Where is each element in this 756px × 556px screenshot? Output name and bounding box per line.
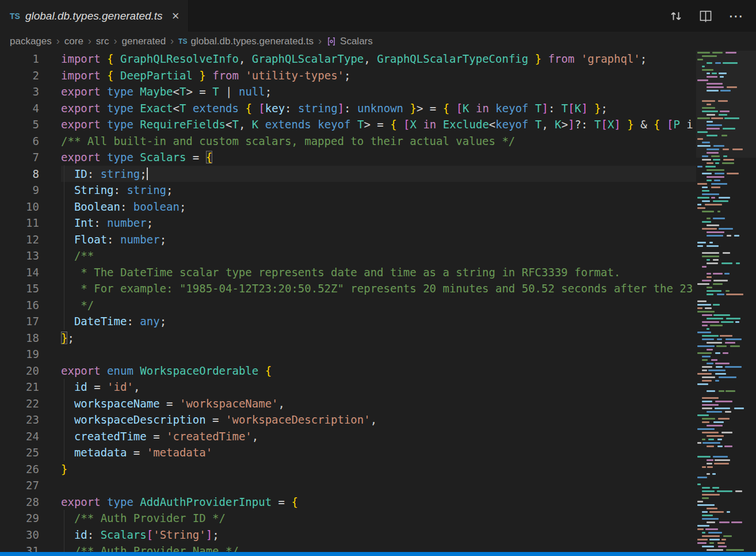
code-line-3: export type Maybe<T> = T | null; bbox=[61, 83, 696, 100]
code-line-29: /** Auth Provider ID */ bbox=[61, 510, 696, 527]
code-line-21: id = 'id', bbox=[61, 379, 696, 395]
symbol-type-icon bbox=[326, 36, 337, 47]
code-lines: import { GraphQLResolveInfo, GraphQLScal… bbox=[61, 51, 696, 552]
code-line-18: }; bbox=[61, 330, 696, 346]
breadcrumb-generated[interactable]: generated bbox=[122, 36, 166, 47]
code-line-1: import { GraphQLResolveInfo, GraphQLScal… bbox=[61, 51, 696, 67]
split-editor-icon[interactable] bbox=[699, 9, 712, 22]
indent-guide bbox=[64, 379, 64, 461]
code-line-12: Float: number; bbox=[61, 231, 696, 248]
tab-global-db-types-generated[interactable]: TS global.db.types.generated.ts × bbox=[0, 0, 189, 32]
tab-bar: TS global.db.types.generated.ts × ⋯ bbox=[0, 0, 756, 32]
code-line-20: export enum WorkspaceOrderable { bbox=[61, 363, 696, 379]
code-line-22: workspaceName = 'workspaceName', bbox=[61, 395, 696, 412]
code-line-9: String: string; bbox=[61, 182, 696, 199]
code-line-19 bbox=[61, 346, 696, 363]
open-changes-icon[interactable] bbox=[669, 9, 683, 23]
breadcrumb-core[interactable]: core bbox=[64, 36, 83, 47]
code-line-23: workspaceDescription = 'workspaceDescrip… bbox=[61, 412, 696, 428]
close-tab-icon[interactable]: × bbox=[172, 10, 180, 22]
code-line-17: DateTime: any; bbox=[61, 313, 696, 330]
code-line-16: */ bbox=[61, 297, 696, 314]
code-line-4: export type Exact<T extends { [key: stri… bbox=[61, 100, 696, 117]
line-numbers-gutter: 1234567891011121314151617181920212223242… bbox=[0, 51, 52, 552]
breadcrumb-packages[interactable]: packages bbox=[10, 36, 52, 47]
breadcrumb-symbol-scalars[interactable]: Scalars bbox=[340, 36, 373, 47]
breadcrumb-separator: › bbox=[114, 35, 117, 47]
minimap[interactable] bbox=[696, 51, 756, 552]
code-line-28: export type AddAuthProviderInput = { bbox=[61, 494, 696, 511]
breadcrumb-separator: › bbox=[56, 35, 60, 47]
code-line-14: * The DateTime scalar type represents da… bbox=[61, 264, 696, 281]
code-line-27 bbox=[61, 477, 696, 494]
code-line-24: createdTime = 'createdTime', bbox=[61, 428, 696, 445]
vscode-window: TS global.db.types.generated.ts × ⋯ pack… bbox=[0, 0, 756, 556]
breadcrumb-separator: › bbox=[170, 35, 174, 47]
status-accent-bar bbox=[0, 552, 756, 556]
indent-guide bbox=[64, 165, 64, 330]
breadcrumb-filename[interactable]: global.db.types.generated.ts bbox=[190, 36, 314, 47]
code-line-11: Int: number; bbox=[61, 215, 696, 231]
text-cursor bbox=[147, 167, 148, 180]
code-line-30: id: Scalars['String']; bbox=[61, 527, 696, 543]
code-editor[interactable]: 1234567891011121314151617181920212223242… bbox=[0, 51, 756, 552]
code-line-25: metadata = 'metadata' bbox=[61, 444, 696, 461]
indent-guide bbox=[64, 510, 64, 552]
code-line-2: import { DeepPartial } from 'utility-typ… bbox=[61, 67, 696, 84]
code-area[interactable]: import { GraphQLResolveInfo, GraphQLScal… bbox=[52, 51, 696, 552]
breadcrumb-src[interactable]: src bbox=[96, 36, 109, 47]
typescript-file-icon: TS bbox=[10, 12, 20, 21]
editor-actions: ⋯ bbox=[669, 0, 756, 32]
code-line-15: * For example: "1985-04-12T23:20:50.52Z"… bbox=[61, 280, 696, 297]
tab-label: global.db.types.generated.ts bbox=[25, 10, 163, 22]
code-line-6: /** All built-in and custom scalars, map… bbox=[61, 133, 696, 150]
typescript-file-icon: TS bbox=[178, 37, 187, 45]
code-line-26: } bbox=[61, 461, 696, 478]
code-line-10: Boolean: boolean; bbox=[61, 199, 696, 215]
breadcrumb-separator: › bbox=[88, 35, 91, 47]
code-line-13: /** bbox=[61, 247, 696, 264]
code-line-8: ID: string; bbox=[61, 166, 696, 182]
more-actions-icon[interactable]: ⋯ bbox=[728, 9, 743, 24]
code-line-5: export type RequireFields<T, K extends k… bbox=[61, 116, 696, 133]
code-line-7: export type Scalars = { bbox=[61, 149, 696, 166]
code-line-31: /** Auth Provider Name */ bbox=[61, 543, 696, 552]
breadcrumb: packages › core › src › generated › TS g… bbox=[0, 32, 756, 51]
breadcrumb-separator: › bbox=[318, 35, 322, 47]
